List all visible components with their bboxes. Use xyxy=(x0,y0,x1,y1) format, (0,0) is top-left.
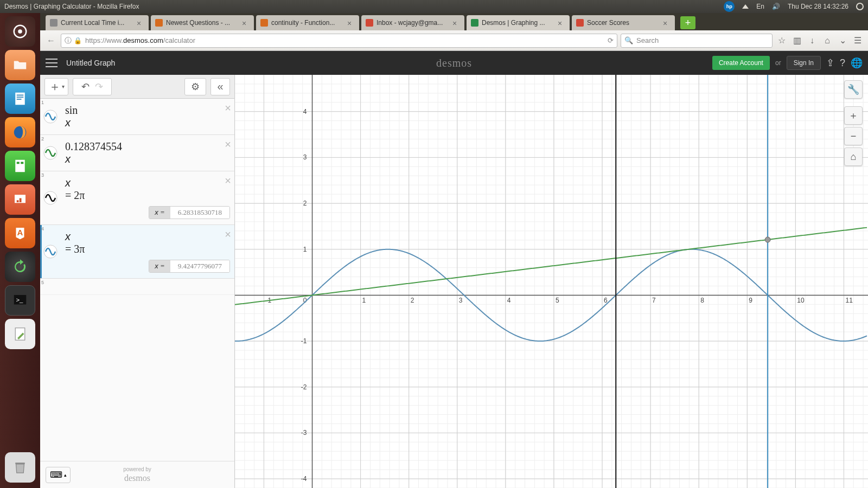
close-tab-icon[interactable]: × xyxy=(347,19,355,27)
svg-text:3: 3 xyxy=(459,297,463,304)
share-icon[interactable]: ⇪ xyxy=(826,57,834,69)
zoom-out-button[interactable]: − xyxy=(844,127,863,145)
browser-tab[interactable]: Newest Questions - ...× xyxy=(151,15,254,30)
browser-tab[interactable]: Desmos | Graphing ...× xyxy=(467,15,570,30)
new-tab-button[interactable]: + xyxy=(680,16,695,29)
dash-icon[interactable] xyxy=(5,16,35,47)
reload-icon[interactable]: ⟳ xyxy=(608,36,614,44)
clock[interactable]: Thu Dec 28 14:32:26 xyxy=(788,3,848,10)
expression-color-icon[interactable] xyxy=(40,225,61,278)
close-tab-icon[interactable]: × xyxy=(137,19,144,27)
expression-formula[interactable]: sin x xyxy=(61,99,234,134)
wrench-icon[interactable]: 🔧 xyxy=(844,80,863,99)
home-icon[interactable]: ⌂ xyxy=(821,35,833,47)
software-icon[interactable]: A xyxy=(5,218,35,248)
svg-text:7: 7 xyxy=(652,297,656,304)
home-zoom-button[interactable]: ⌂ xyxy=(844,147,863,166)
add-expression-button[interactable]: ＋▾ xyxy=(44,78,68,95)
svg-rect-7 xyxy=(15,160,25,172)
browser-tab[interactable]: Current Local Time i...× xyxy=(46,15,149,30)
graph-title[interactable]: Untitled Graph xyxy=(66,59,115,67)
hp-badge-icon: hp xyxy=(724,1,735,12)
writer-icon[interactable] xyxy=(5,84,35,114)
globe-icon[interactable]: 🌐 xyxy=(851,57,863,69)
favicon-icon xyxy=(366,19,373,27)
updater-icon[interactable] xyxy=(5,252,35,282)
delete-expression-icon[interactable]: × xyxy=(225,175,231,187)
svg-text:1: 1 xyxy=(303,246,307,253)
expression-list: 1sin x×20.128374554 x×3x = 2πx =6.283185… xyxy=(40,99,234,461)
close-tab-icon[interactable]: × xyxy=(452,19,460,27)
url-path: /calculator xyxy=(163,36,195,44)
desmos-logo: desmos xyxy=(436,57,472,69)
close-tab-icon[interactable]: × xyxy=(242,19,250,27)
delete-expression-icon[interactable]: × xyxy=(225,138,231,151)
library-icon[interactable]: ▥ xyxy=(791,35,803,47)
firefox-icon[interactable] xyxy=(5,117,35,147)
close-tab-icon[interactable]: × xyxy=(663,19,671,27)
delete-expression-icon[interactable]: × xyxy=(225,228,231,241)
browser-tab[interactable]: Soccer Scores× xyxy=(572,15,675,30)
expression-formula[interactable]: x = 3πx =9.42477796077 xyxy=(61,225,234,278)
expression-color-icon[interactable] xyxy=(40,171,61,224)
expression-formula[interactable]: 0.128374554 x xyxy=(61,135,234,171)
graph-area[interactable]: -11234567891011-4-3-2-112340 🔧 ＋ − ⌂ xyxy=(235,75,868,488)
expression-formula[interactable]: x = 2πx =6.28318530718 xyxy=(61,171,234,224)
delete-expression-icon[interactable]: × xyxy=(225,102,231,114)
keyboard-button[interactable]: ⌨▴ xyxy=(46,467,71,483)
or-label: or xyxy=(775,59,781,67)
svg-text:8: 8 xyxy=(700,297,704,304)
zoom-in-button[interactable]: ＋ xyxy=(844,106,863,125)
svg-text:A: A xyxy=(17,228,23,237)
svg-rect-9 xyxy=(21,162,23,164)
files-icon[interactable] xyxy=(5,50,35,80)
desmos-header: Untitled Graph desmos Create Account or … xyxy=(40,51,868,75)
expression-row[interactable]: 1sin x× xyxy=(40,99,234,135)
create-account-button[interactable]: Create Account xyxy=(712,56,770,70)
expression-row[interactable]: 4x = 3πx =9.42477796077× xyxy=(40,225,234,279)
expression-row[interactable]: 3x = 2πx =6.28318530718× xyxy=(40,171,234,225)
downloads-icon[interactable]: ↓ xyxy=(806,35,818,47)
tab-label: continuity - Function... xyxy=(271,19,347,27)
language-indicator[interactable]: En xyxy=(756,3,764,10)
os-menu-bar: Desmos | Graphing Calculator - Mozilla F… xyxy=(0,0,868,13)
trash-icon[interactable] xyxy=(5,452,35,483)
plot-canvas[interactable]: -11234567891011-4-3-2-112340 xyxy=(235,75,868,488)
power-icon[interactable] xyxy=(856,3,864,10)
expression-row[interactable]: 20.128374554 x× xyxy=(40,135,234,171)
pocket-icon[interactable]: ⌄ xyxy=(837,35,848,47)
ubuntu-launcher: A >_ xyxy=(0,13,40,488)
tab-label: Soccer Scores xyxy=(587,19,663,27)
impress-icon[interactable] xyxy=(5,184,35,215)
svg-rect-11 xyxy=(17,200,19,202)
powered-by: powered by desmos xyxy=(123,466,151,483)
volume-icon[interactable]: 🔊 xyxy=(772,3,780,10)
value-readout: x =6.28318530718 xyxy=(149,206,230,219)
close-tab-icon[interactable]: × xyxy=(558,19,565,27)
calc-icon[interactable] xyxy=(5,151,35,181)
favicon-icon xyxy=(50,19,58,27)
settings-button[interactable]: ⚙ xyxy=(184,78,206,95)
collapse-panel-button[interactable]: « xyxy=(210,78,230,95)
info-icon[interactable]: ⓘ xyxy=(65,36,72,46)
sign-in-button[interactable]: Sign In xyxy=(787,56,821,70)
hamburger-icon[interactable] xyxy=(46,59,58,67)
terminal-icon[interactable]: >_ xyxy=(5,285,35,316)
bookmark-icon[interactable]: ☆ xyxy=(776,35,788,47)
url-field[interactable]: ⓘ 🔒 https://www.desmos.com/calculator ⟳ xyxy=(61,34,617,48)
svg-point-181 xyxy=(765,237,770,242)
empty-expression-row[interactable]: 5 xyxy=(40,279,234,295)
menu-icon[interactable]: ☰ xyxy=(852,35,864,47)
browser-tab[interactable]: Inbox - wcjagy@gma...× xyxy=(361,15,464,30)
svg-text:2: 2 xyxy=(411,297,414,304)
help-icon[interactable]: ? xyxy=(840,57,845,69)
svg-text:-1: -1 xyxy=(301,337,307,345)
browser-tab-strip: Current Local Time i...×Newest Questions… xyxy=(40,13,868,30)
search-field[interactable]: 🔍 Search xyxy=(621,34,773,48)
browser-tab[interactable]: continuity - Function...× xyxy=(256,15,359,30)
favicon-icon xyxy=(471,19,478,27)
undo-redo-buttons[interactable]: ↶ ↷ xyxy=(73,78,112,95)
editor-icon[interactable] xyxy=(5,319,35,349)
back-button[interactable]: ← xyxy=(44,34,58,47)
wifi-icon[interactable] xyxy=(742,4,749,9)
